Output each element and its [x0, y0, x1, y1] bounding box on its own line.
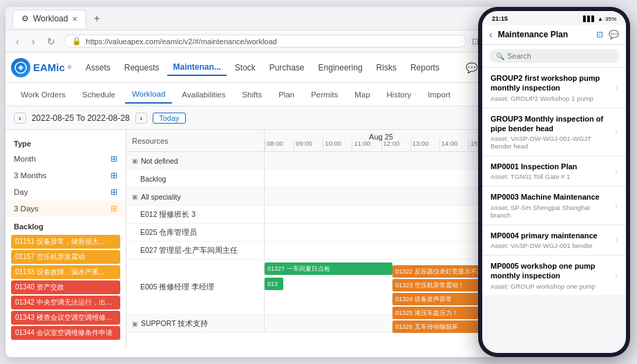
subnav-import[interactable]: Import — [421, 86, 457, 103]
phone-header-title: Maintenance Plan — [498, 30, 591, 39]
nav-engineering[interactable]: Engineering — [313, 60, 368, 75]
gantt-resource-e025: E025 仓库管理员 — [126, 224, 265, 241]
today-button[interactable]: Today — [153, 113, 185, 124]
gantt-section-not-defined[interactable]: ▣ Not defined — [126, 152, 497, 170]
tab-close-btn[interactable]: ✕ — [72, 15, 77, 23]
type-3months-label: 3 Months — [14, 171, 46, 180]
phone-list-item-group2[interactable]: GROUP2 first workshop pump monthly inspe… — [482, 68, 626, 108]
phone-back-button[interactable]: ‹ — [489, 29, 493, 40]
gantt-resource-header: Resources — [126, 130, 265, 151]
sub-nav: Work Orders Schedule Workload Availabili… — [6, 83, 497, 106]
type-day-label: Day — [14, 188, 28, 196]
wifi-icon: ▲ — [598, 16, 603, 22]
gantt-bar-01327[interactable]: 01327 一车间夏日点检 — [265, 262, 392, 275]
phone-search-container[interactable]: 🔍 — [489, 49, 619, 63]
date-next-button[interactable]: › — [135, 113, 148, 124]
backlog-item-01151[interactable]: 01151 设备异常，储音很大... — [11, 235, 120, 249]
gantt-section-timeline-not-defined — [265, 152, 497, 169]
content-wrapper: Type Month ⊞ 3 Months ⊞ Day ⊞ 3 Days ⊞ B… — [6, 130, 497, 348]
type-3days-label: 3 Days — [14, 204, 39, 213]
type-day-icon: ⊞ — [111, 187, 117, 197]
logo-sup: ® — [68, 64, 72, 70]
subnav-plan[interactable]: Plan — [272, 86, 301, 103]
type-3days-icon: ⊞ — [111, 204, 117, 213]
type-day[interactable]: Day ⊞ — [6, 184, 126, 200]
new-tab-button[interactable]: + — [89, 11, 104, 26]
gantt-resource-e005: E005 推修经理 李经理 — [126, 260, 265, 314]
phone-list-item-mp0004[interactable]: MP0004 primary maintenance Asset: VASP-D… — [482, 225, 626, 256]
subnav-availabilities[interactable]: Availabilities — [175, 86, 232, 103]
phone-chat-icon[interactable]: 💬 — [609, 30, 619, 39]
phone-expand-icon[interactable]: ⊡ — [596, 30, 603, 39]
date-range-label: 2022-08-25 To 2022-08-28 — [32, 113, 130, 123]
backlog-item-01157[interactable]: 01157 空压机异发震动 — [11, 250, 120, 264]
signal-icon: ▋▋▋ — [583, 16, 596, 22]
nav-maintenance[interactable]: Maintenan... — [167, 59, 226, 76]
address-bar[interactable]: 🔒 https://valueapex.com/eamic/v2/#/maint… — [64, 35, 466, 48]
gantt-bar-013[interactable]: 013 — [265, 278, 283, 290]
gantt-area: Resources Aug 25 08:00 09:00 10:00 11:00… — [126, 130, 497, 348]
backlog-item-01340[interactable]: 01340 资产交政 — [11, 280, 120, 294]
subnav-schedule[interactable]: Schedule — [75, 86, 122, 103]
type-month[interactable]: Month ⊞ — [6, 151, 126, 167]
phone-screen: 21:15 ▋▋▋ ▲ 35% ‹ Maintenance Plan ⊡ 💬 🔍 — [482, 11, 626, 353]
all-speciality-toggle-icon: ▣ — [132, 193, 138, 200]
phone-item-title-group3: GROUP3 Monthly inspection of pipe bender… — [491, 114, 611, 134]
nav-assets[interactable]: Assets — [80, 60, 116, 75]
workload-icon: ⚙ — [21, 14, 29, 23]
subnav-map[interactable]: Map — [348, 86, 377, 103]
gantt-timeline-e027 — [265, 242, 497, 259]
subnav-permits[interactable]: Permits — [304, 86, 345, 103]
phone-item-title-mp0005: MP0005 workshop one pump monthly inspect… — [491, 261, 611, 281]
phone-search-icon: 🔍 — [496, 52, 504, 60]
backlog-item-01344[interactable]: 01344 会议室空调维修条件申请 — [11, 326, 120, 340]
hour-11: 11:00 — [352, 140, 381, 151]
subnav-workorders[interactable]: Work Orders — [14, 86, 73, 103]
forward-button[interactable]: › — [28, 35, 39, 48]
gantt-resource-e027: E027 管理层-生产车间周主任 — [126, 242, 265, 259]
phone-list-item-mp0001[interactable]: MP0001 Inspection Plan Asset: TGN01 Toll… — [482, 156, 626, 186]
gantt-row-e005: E005 推修经理 李经理 01327 一车间夏日点检 013 01322 反应… — [126, 260, 497, 315]
hour-12: 12:00 — [381, 140, 410, 151]
phone-search-input[interactable] — [507, 52, 612, 60]
hour-09: 09:00 — [294, 140, 323, 151]
tab-title: Workload — [33, 14, 68, 23]
gantt-resource-e012: E012 报修班长 3 — [126, 206, 265, 223]
backlog-item-01342[interactable]: 01342 中央空调无法运行，出现故障... — [11, 296, 120, 309]
type-3months-icon: ⊞ — [111, 171, 117, 180]
date-prev-button[interactable]: ‹ — [14, 113, 26, 124]
type-month-icon: ⊞ — [111, 154, 117, 164]
nav-risks[interactable]: Risks — [371, 60, 402, 75]
nav-purchase[interactable]: Purchase — [264, 60, 310, 75]
nav-stock[interactable]: Stock — [229, 60, 261, 75]
type-3months[interactable]: 3 Months ⊞ — [6, 167, 126, 184]
backlog-item-01343[interactable]: 01343 楼查会议空调空调维修条件申请 — [11, 311, 120, 325]
phone-list-item-mp0005[interactable]: MP0005 workshop one pump monthly inspect… — [482, 256, 626, 296]
back-button[interactable]: ‹ — [12, 35, 23, 48]
phone-list-item-mp0003[interactable]: MP0003 Machine Maintenance Asset: SP-SH … — [482, 186, 626, 224]
nav-reports[interactable]: Reports — [405, 60, 445, 75]
backlog-item-01193[interactable]: 01193 设备故障，漏水严重... — [11, 265, 120, 279]
refresh-button[interactable]: ↻ — [44, 35, 59, 48]
subnav-workload[interactable]: Workload — [125, 86, 172, 104]
gantt-row-e027: E027 管理层-生产车间周主任 — [126, 242, 497, 260]
browser-controls: ‹ › ↻ 🔒 https://valueapex.com/eamic/v2/#… — [6, 30, 497, 52]
gantt-section-support[interactable]: ▣ SUPPORT 技术支持 — [126, 315, 497, 333]
subnav-history[interactable]: History — [380, 86, 419, 103]
hour-08: 08:00 — [265, 140, 294, 151]
chat-icon[interactable]: 💬 — [466, 62, 477, 73]
gantt-section-all-speciality[interactable]: ▣ All speciality — [126, 188, 497, 206]
phone-app-header: ‹ Maintenance Plan ⊡ 💬 — [482, 25, 626, 45]
phone-item-content-mp0003: MP0003 Machine Maintenance Asset: SP-SH … — [491, 192, 611, 218]
gantt-timeline-e005[interactable]: 01327 一车间夏日点检 013 01322 反应器仪表灯亮显示不正常 013… — [265, 260, 497, 314]
app-header: EAMic® Assets Requests Maintenan... Stoc… — [6, 52, 497, 83]
phone-list-item-group3[interactable]: GROUP3 Monthly inspection of pipe bender… — [482, 108, 626, 157]
browser-tab[interactable]: ⚙ Workload ✕ — [12, 10, 86, 28]
nav-requests[interactable]: Requests — [119, 60, 165, 75]
gantt-section-label-support: ▣ SUPPORT 技术支持 — [126, 315, 265, 332]
gantt-hours: 08:00 09:00 10:00 11:00 12:00 13:00 14:0… — [265, 140, 497, 151]
phone-item-title-mp0003: MP0003 Machine Maintenance — [491, 192, 611, 202]
gantt-resource-backlog: Backlog — [126, 170, 265, 187]
subnav-shifts[interactable]: Shifts — [235, 86, 269, 103]
type-3days[interactable]: 3 Days ⊞ — [6, 200, 126, 217]
